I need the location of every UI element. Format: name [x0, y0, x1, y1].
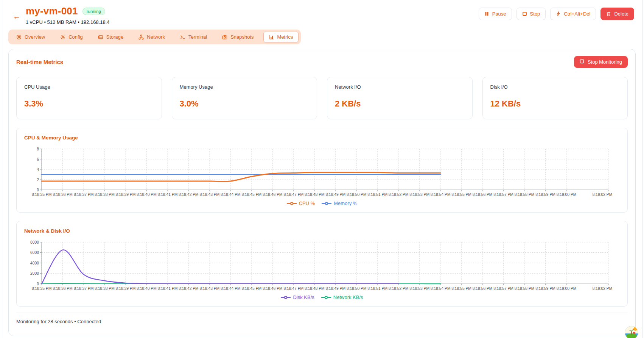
bolt-icon: [556, 11, 561, 16]
svg-text:8:18:51 PM: 8:18:51 PM: [367, 192, 387, 197]
svg-text:8:18:41 PM: 8:18:41 PM: [158, 192, 178, 197]
svg-text:8:18:47 PM: 8:18:47 PM: [283, 192, 303, 197]
chart-card-cpu-memory: CPU & Memory Usage 024688:18:35 PM8:18:3…: [16, 128, 628, 213]
svg-text:8:18:44 PM: 8:18:44 PM: [221, 192, 241, 197]
vm-subtitle: 1 vCPU • 512 MB RAM • 192.168.18.4: [26, 19, 110, 25]
stat-card-cpu: CPU Usage 3.3%: [16, 77, 162, 119]
svg-text:2000: 2000: [30, 271, 39, 275]
svg-text:8:18:59 PM: 8:18:59 PM: [535, 286, 555, 291]
network-icon: [138, 34, 144, 40]
svg-text:8:18:36 PM: 8:18:36 PM: [53, 192, 73, 197]
stop-icon: [522, 11, 527, 16]
svg-text:8:18:59 PM: 8:18:59 PM: [535, 192, 555, 197]
svg-text:8:18:50 PM: 8:18:50 PM: [347, 192, 367, 197]
delete-button[interactable]: Delete: [600, 8, 634, 20]
stat-value: 3.3%: [24, 99, 154, 109]
svg-text:8:18:53 PM: 8:18:53 PM: [409, 192, 429, 197]
tab-network[interactable]: Network: [133, 31, 171, 43]
svg-text:2: 2: [37, 178, 39, 182]
svg-text:8:18:38 PM: 8:18:38 PM: [95, 192, 115, 197]
legend-label: Network KB/s: [333, 294, 363, 300]
svg-text:8:18:56 PM: 8:18:56 PM: [473, 286, 493, 291]
svg-text:8:18:35 PM: 8:18:35 PM: [32, 286, 52, 291]
svg-text:8:18:51 PM: 8:18:51 PM: [367, 286, 387, 291]
tab-terminal[interactable]: Terminal: [174, 31, 213, 43]
svg-text:8:19:02 PM: 8:19:02 PM: [593, 192, 613, 197]
stop-monitoring-button[interactable]: Stop Monitoring: [574, 56, 628, 68]
stat-card-disk: Disk I/O 12 KB/s: [482, 77, 628, 119]
svg-text:8:18:53 PM: 8:18:53 PM: [409, 286, 429, 291]
svg-text:8:18:38 PM: 8:18:38 PM: [95, 286, 115, 291]
stat-value: 12 KB/s: [490, 99, 620, 109]
svg-text:8:18:41 PM: 8:18:41 PM: [158, 286, 178, 291]
stat-label: CPU Usage: [24, 84, 154, 90]
svg-text:8: 8: [37, 147, 39, 151]
svg-text:8:18:58 PM: 8:18:58 PM: [515, 192, 535, 197]
legend-item[interactable]: Memory %: [322, 200, 357, 206]
pause-button[interactable]: Pause: [479, 8, 512, 20]
legend-item[interactable]: Network KB/s: [321, 294, 363, 300]
svg-text:8:18:35 PM: 8:18:35 PM: [32, 192, 52, 197]
chart-title: Network & Disk I/O: [24, 228, 620, 234]
svg-text:8:19:02 PM: 8:19:02 PM: [593, 286, 613, 291]
svg-text:8:18:45 PM: 8:18:45 PM: [241, 286, 261, 291]
tab-overview[interactable]: Overview: [11, 31, 51, 43]
tab-storage[interactable]: Storage: [92, 31, 129, 43]
terminal-icon: [180, 34, 185, 40]
svg-text:8:18:42 PM: 8:18:42 PM: [179, 192, 199, 197]
svg-text:8:19:00 PM: 8:19:00 PM: [557, 192, 577, 197]
legend-item[interactable]: Disk KB/s: [281, 294, 314, 300]
svg-text:8:18:47 PM: 8:18:47 PM: [283, 286, 303, 291]
svg-text:0: 0: [37, 188, 39, 192]
svg-text:8:18:40 PM: 8:18:40 PM: [137, 192, 157, 197]
svg-text:8:18:52 PM: 8:18:52 PM: [389, 192, 409, 197]
pause-icon: [484, 11, 489, 16]
svg-text:8:18:39 PM: 8:18:39 PM: [116, 192, 136, 197]
tab-bar: Overview Config Storage Network Terminal…: [8, 30, 301, 44]
vm-actions: Pause Stop Ctrl+Alt+Del Delete: [479, 8, 634, 20]
legend-label: Disk KB/s: [293, 294, 314, 300]
svg-text:8:18:37 PM: 8:18:37 PM: [74, 286, 94, 291]
camera-icon: [222, 34, 227, 40]
legend-label: CPU %: [299, 200, 315, 206]
monitoring-status: Monitoring for 28 seconds • Connected: [16, 313, 628, 324]
svg-text:8:18:37 PM: 8:18:37 PM: [74, 192, 94, 197]
svg-text:8:18:55 PM: 8:18:55 PM: [451, 192, 471, 197]
svg-text:8:18:42 PM: 8:18:42 PM: [179, 286, 199, 291]
svg-text:8:18:58 PM: 8:18:58 PM: [515, 286, 535, 291]
svg-text:8:18:44 PM: 8:18:44 PM: [221, 286, 241, 291]
stat-label: Network I/O: [335, 84, 465, 90]
ctrl-alt-del-button[interactable]: Ctrl+Alt+Del: [550, 8, 596, 20]
svg-text:8:18:50 PM: 8:18:50 PM: [347, 286, 367, 291]
svg-text:4000: 4000: [30, 261, 39, 265]
svg-text:8:18:57 PM: 8:18:57 PM: [493, 192, 513, 197]
stat-label: Disk I/O: [490, 84, 620, 90]
stat-label: Memory Usage: [180, 84, 310, 90]
metrics-heading: Real-time Metrics: [16, 59, 63, 65]
svg-text:8:18:36 PM: 8:18:36 PM: [53, 286, 73, 291]
tab-config[interactable]: Config: [54, 31, 89, 43]
svg-text:8:18:43 PM: 8:18:43 PM: [200, 192, 220, 197]
svg-text:8:18:46 PM: 8:18:46 PM: [263, 192, 283, 197]
tab-metrics[interactable]: Metrics: [263, 31, 299, 43]
drive-icon: [98, 34, 103, 40]
island-badge: [624, 325, 639, 338]
tab-snapshots[interactable]: Snapshots: [216, 31, 259, 43]
svg-text:8000: 8000: [30, 240, 39, 244]
back-button[interactable]: ←: [13, 8, 20, 25]
page-title: my-vm-001: [26, 5, 78, 17]
stat-card-memory: Memory Usage 3.0%: [172, 77, 317, 119]
chart-title: CPU & Memory Usage: [24, 135, 620, 141]
status-badge: running: [82, 8, 105, 15]
chart-card-network-disk: Network & Disk I/O 020004000600080008:18…: [16, 221, 628, 307]
bar-chart-icon: [269, 34, 274, 40]
svg-text:8:18:52 PM: 8:18:52 PM: [389, 286, 409, 291]
svg-text:6000: 6000: [30, 250, 39, 255]
svg-text:8:18:46 PM: 8:18:46 PM: [263, 286, 283, 291]
svg-text:8:18:54 PM: 8:18:54 PM: [431, 286, 451, 291]
network-disk-chart: 020004000600080008:18:35 PM8:18:36 PM8:1…: [24, 240, 620, 292]
svg-text:8:18:49 PM: 8:18:49 PM: [325, 286, 345, 291]
legend-item[interactable]: CPU %: [287, 200, 315, 206]
stop-button[interactable]: Stop: [516, 8, 546, 20]
legend-label: Memory %: [334, 200, 357, 206]
